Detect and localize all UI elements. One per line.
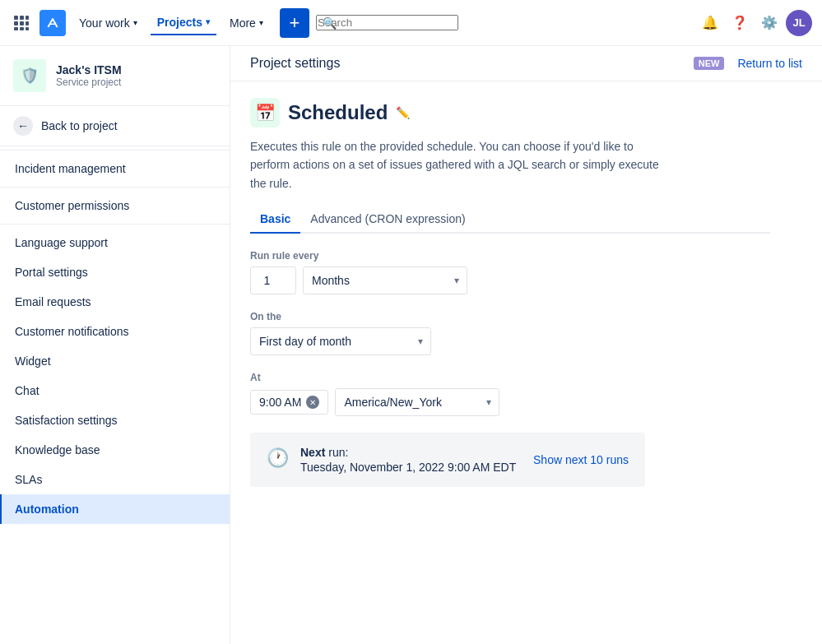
more-label: More <box>230 16 256 30</box>
svg-rect-3 <box>14 21 18 25</box>
topnav-icons-group: 🔔 ❓ ⚙️ JL <box>697 10 812 36</box>
on-the-select-wrapper: First day of monthLast day of monthSpeci… <box>250 327 431 355</box>
on-the-row: First day of monthLast day of monthSpeci… <box>250 327 770 355</box>
schedule-title: Scheduled <box>288 101 388 124</box>
run-rule-number-input[interactable] <box>250 266 296 294</box>
next-run-info: Next run: Tuesday, November 1, 2022 9:00… <box>300 446 516 474</box>
svg-rect-5 <box>26 21 29 25</box>
create-button[interactable]: + <box>280 8 309 38</box>
sidebar-item-automation[interactable]: Automation <box>0 494 230 524</box>
timezone-select-wrapper: America/New_YorkUTCAmerica/Los_Angeles ▾ <box>335 388 499 416</box>
run-rule-row: MinutesHoursDaysWeeksMonths ▾ <box>250 266 770 294</box>
run-rule-every-section: Run rule every MinutesHoursDaysWeeksMont… <box>250 250 770 294</box>
sidebar-item-slas[interactable]: SLAs <box>0 465 230 494</box>
sidebar-item-incident-management[interactable]: Incident management <box>0 154 230 183</box>
projects-label: Projects <box>157 16 202 29</box>
timezone-select[interactable]: America/New_YorkUTCAmerica/Los_Angeles <box>335 388 499 416</box>
time-input-wrap: 9:00 AM ✕ <box>250 390 328 415</box>
return-to-list-link[interactable]: Return to list <box>737 57 802 70</box>
back-to-project-label: Back to project <box>41 119 118 132</box>
on-the-section: On the First day of monthLast day of mon… <box>250 311 770 355</box>
schedule-description: Executes this rule on the provided sched… <box>250 137 662 192</box>
next-run-sublabel: run: <box>328 446 348 459</box>
your-work-chevron-icon: ▾ <box>133 18 137 27</box>
projects-chevron-icon: ▾ <box>206 17 210 26</box>
sidebar-item-widget[interactable]: Widget <box>0 346 230 376</box>
svg-rect-6 <box>14 27 18 30</box>
svg-rect-7 <box>20 27 24 30</box>
next-run-label: Next <box>300 446 325 459</box>
content-area: Project settings NEW Return to list 📅 Sc… <box>230 46 822 644</box>
top-navigation: Your work ▾ Projects ▾ More ▾ + 🔍 🔔 ❓ ⚙️… <box>0 0 822 46</box>
back-to-project-link[interactable]: ← Back to project <box>0 106 230 146</box>
next-run-panel: 🕐 Next run: Tuesday, November 1, 2022 9:… <box>250 433 645 487</box>
sidebar: 🛡️ Jack's ITSM Service project ← Back to… <box>0 46 230 644</box>
schedule-title-row: 📅 Scheduled ✏️ <box>250 98 770 127</box>
search-icon: 🔍 <box>323 16 337 30</box>
help-icon[interactable]: ❓ <box>727 10 753 36</box>
time-clear-button[interactable]: ✕ <box>306 396 319 409</box>
time-value: 9:00 AM <box>259 396 301 409</box>
sidebar-item-customer-notifications[interactable]: Customer notifications <box>0 317 230 346</box>
project-settings-header: Project settings NEW Return to list <box>230 46 822 81</box>
show-next-runs-link[interactable]: Show next 10 runs <box>533 453 629 466</box>
svg-rect-8 <box>26 27 29 30</box>
sidebar-item-email-requests[interactable]: Email requests <box>0 287 230 317</box>
page-title: Project settings <box>250 56 340 81</box>
page-layout: 🛡️ Jack's ITSM Service project ← Back to… <box>0 46 822 644</box>
project-details: Jack's ITSM Service project <box>56 63 122 88</box>
app-switcher-icon[interactable] <box>10 12 33 35</box>
your-work-nav[interactable]: Your work ▾ <box>72 12 144 35</box>
sidebar-item-satisfaction-settings[interactable]: Satisfaction settings <box>0 405 230 435</box>
sidebar-item-language-support[interactable]: Language support <box>0 228 230 257</box>
search-bar-wrap: 🔍 <box>316 15 684 30</box>
next-run-value: Tuesday, November 1, 2022 9:00 AM EDT <box>300 461 516 474</box>
search-input[interactable] <box>316 15 458 30</box>
header-right: NEW Return to list <box>694 57 802 80</box>
project-name: Jack's ITSM <box>56 63 122 76</box>
sidebar-divider-1 <box>0 150 230 151</box>
on-the-label: On the <box>250 311 770 322</box>
sidebar-item-knowledge-base[interactable]: Knowledge base <box>0 435 230 465</box>
notifications-icon[interactable]: 🔔 <box>697 10 723 36</box>
schedule-panel: 📅 Scheduled ✏️ Executes this rule on the… <box>230 81 790 503</box>
more-nav[interactable]: More ▾ <box>223 12 270 35</box>
tabs-row: BasicAdvanced (CRON expression) <box>250 206 770 234</box>
project-icon: 🛡️ <box>13 59 46 92</box>
more-chevron-icon: ▾ <box>259 18 263 27</box>
user-avatar[interactable]: JL <box>786 10 812 36</box>
svg-rect-4 <box>20 21 24 25</box>
sidebar-nav: Incident managementCustomer permissionsL… <box>0 154 230 524</box>
project-type: Service project <box>56 76 122 88</box>
at-label: At <box>250 372 770 383</box>
settings-icon[interactable]: ⚙️ <box>756 10 783 36</box>
schedule-calendar-icon: 📅 <box>250 98 280 127</box>
back-arrow-icon: ← <box>13 116 33 136</box>
sidebar-item-portal-settings[interactable]: Portal settings <box>0 257 230 287</box>
run-rule-label: Run rule every <box>250 250 770 262</box>
app-logo <box>39 10 66 36</box>
sidebar-divider <box>0 224 230 225</box>
interval-select[interactable]: MinutesHoursDaysWeeksMonths <box>303 266 467 294</box>
tab-basic[interactable]: Basic <box>250 206 300 234</box>
svg-rect-0 <box>14 16 18 20</box>
new-badge: NEW <box>694 57 725 70</box>
at-row: 9:00 AM ✕ America/New_YorkUTCAmerica/Los… <box>250 388 770 416</box>
edit-title-icon[interactable]: ✏️ <box>396 106 410 119</box>
projects-nav[interactable]: Projects ▾ <box>151 11 216 35</box>
sidebar-item-customer-permissions[interactable]: Customer permissions <box>0 191 230 220</box>
your-work-label: Your work <box>79 16 130 30</box>
svg-rect-1 <box>20 16 24 20</box>
interval-select-wrapper: MinutesHoursDaysWeeksMonths ▾ <box>303 266 467 294</box>
at-section: At 9:00 AM ✕ America/New_YorkUTCAmerica/… <box>250 372 770 416</box>
tab-advanced--cron-expression-[interactable]: Advanced (CRON expression) <box>300 206 475 234</box>
sidebar-item-chat[interactable]: Chat <box>0 376 230 405</box>
svg-rect-2 <box>26 16 29 20</box>
sidebar-divider <box>0 187 230 188</box>
clock-icon: 🕐 <box>267 447 289 469</box>
project-info: 🛡️ Jack's ITSM Service project <box>0 46 230 106</box>
on-the-select[interactable]: First day of monthLast day of monthSpeci… <box>250 327 431 355</box>
